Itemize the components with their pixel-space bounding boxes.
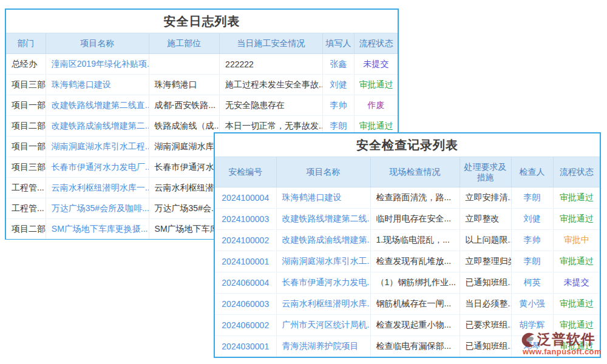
project-link[interactable]: 云南水利枢纽潜明水库一... [46,178,149,198]
dept-cell: 项目三部 [6,157,46,178]
project-link[interactable]: 改建铁路线增建第二线... [276,209,370,230]
location-cell: 长春市伊通河水... [149,157,220,178]
status-cell[interactable]: 审批通过 [553,209,600,230]
col-status: 流程状态 [553,157,600,187]
location-cell: 成都-西安铁路... [149,95,220,116]
inspector-link[interactable]: 黄小强 [511,294,553,315]
scene-cell: 钢筋机械存在一闸... [370,294,459,315]
situation-cell: 222222 [220,54,323,75]
scene-cell: 临时用电存在安全... [370,209,459,230]
col-check-no: 安检编号 [215,157,276,187]
table-row: 2024100003 改建铁路线增建第二线... 临时用电存在安全... 立即整… [215,209,600,230]
project-link[interactable]: 万达广场35#会所及咖啡... [46,198,149,219]
measure-cell: 已通知班组... [459,272,511,294]
project-link[interactable]: 长春市伊通河水力发电... [276,272,370,294]
dept-cell: 项目二部 [6,219,46,240]
measure-cell: 立即整改 [459,209,511,230]
table-row: 2024060002 广州市天河区统计局机... 检查发现起重小物... 已要求… [215,315,600,336]
check-no-link[interactable]: 2024030001 [215,336,276,357]
table-header-row: 安检编号 项目名称 现场检查情况 处理要求及措施 检查人 流程状态 [215,157,600,187]
location-cell: SM广场地下车库 [149,219,220,240]
status-cell[interactable]: 审批通过 [553,294,600,315]
status-cell[interactable]: 审批通过 [354,75,398,95]
scene-cell: 检查路面清洗，路... [370,187,459,209]
table-row: 2024060004 长春市伊通河水力发电... （1）钢筋绑扎作业... 已通… [215,272,600,294]
project-link[interactable]: 云南水利枢纽潜明水库... [276,294,370,315]
status-cell[interactable]: 审批通过 [553,187,600,209]
status-cell[interactable]: 审批中 [553,230,600,251]
status-cell[interactable]: 审批通过 [553,251,600,272]
project-link[interactable]: 珠海鹤港口建设 [276,187,370,209]
writer-link[interactable]: 刘健 [322,75,354,95]
scene-cell: 检查发现有乱堆放... [370,251,459,272]
safety-check-table-card: 安全检查记录列表 安检编号 项目名称 现场检查情况 处理要求及措施 检查人 流程… [214,132,601,358]
project-link[interactable]: SM广场地下车库更换摄... [46,219,149,240]
safety-log-title: 安全日志列表 [6,10,398,33]
col-inspector: 检查人 [511,157,553,187]
col-status: 流程状态 [354,33,398,54]
situation-cell: 无安全隐患存在 [220,95,323,116]
check-no-link[interactable]: 2024060002 [215,315,276,336]
scene-cell: 检查临电有漏保部... [370,336,459,357]
table-row: 2024100004 珠海鹤港口建设 检查路面清洗，路... 立即安排清... … [215,187,600,209]
inspector-link[interactable]: 李朗 [511,251,553,272]
page: { "colors":{ "accent_border":"#38a7e6", … [0,0,607,364]
project-link[interactable]: 改建铁路线增建第二线直... [46,95,149,116]
project-link[interactable]: 广州市天河区统计局机... [276,315,370,336]
project-link[interactable]: 珠海鹤港口建设 [46,75,149,95]
inspector-link[interactable]: 柯英 [511,272,553,294]
location-cell [149,54,220,75]
inspector-link[interactable]: 邓琴 [511,336,553,357]
status-cell[interactable]: 未提交 [354,54,398,75]
measure-cell: 立即安排清... [459,187,511,209]
scene-cell: 检查发现起重小物... [370,315,459,336]
dept-cell: 项目一部 [6,136,46,157]
project-link[interactable]: 长春市伊通河水力发电厂... [46,157,149,178]
project-link[interactable]: 湖南洞庭湖水库引水工... [276,251,370,272]
scene-cell: （1）钢筋绑扎作业... [370,272,459,294]
table-row: 2024100001 湖南洞庭湖水库引水工... 检查发现有乱堆放... 立即整… [215,251,600,272]
check-no-link[interactable]: 2024100002 [215,230,276,251]
col-project: 项目名称 [276,157,370,187]
location-cell: 珠海鹤港口 [149,75,220,95]
project-link[interactable]: 湖南洞庭湖水库引水工程... [46,136,149,157]
location-cell: 万达广场35#会... [149,198,220,219]
status-cell[interactable]: 未提交 [553,272,600,294]
project-link[interactable]: 改建铁路成渝线增建第... [276,230,370,251]
location-cell: 湖南洞庭湖水库 [149,136,220,157]
project-link[interactable]: 潼南区2019年绿化补贴项... [46,54,149,75]
dept-cell: 工程管... [6,178,46,198]
project-link[interactable]: 青海洪湖养护院项目 [276,336,370,357]
location-cell: 铁路成渝线（成... [149,116,220,136]
measure-cell: 以上问题限... [459,230,511,251]
status-cell[interactable]: 审批通过 [553,315,600,336]
inspector-link[interactable]: 李朗 [511,187,553,209]
check-no-link[interactable]: 2024060003 [215,294,276,315]
measure-cell: 已通知班组... [459,336,511,357]
scene-cell: 1.现场临电混乱，... [370,230,459,251]
table-header-row: 部门 项目名称 施工部位 当日施工安全情况 填写人 流程状态 [6,33,398,54]
status-cell[interactable]: 作废 [354,95,398,116]
check-no-link[interactable]: 2024100004 [215,187,276,209]
inspector-link[interactable]: 刘健 [511,209,553,230]
table-row: 2024030001 青海洪湖养护院项目 检查临电有漏保部... 已通知班组..… [215,336,600,357]
status-cell[interactable]: 审批通过 [553,336,600,357]
measure-cell: 已要求班组... [459,315,511,336]
project-link[interactable]: 改建铁路成渝线增建第二... [46,116,149,136]
table-row: 项目三部 珠海鹤港口建设 珠海鹤港口 施工过程未发生安全事故... 刘健 审批通… [6,75,398,95]
writer-link[interactable]: 李帅 [322,95,354,116]
check-no-link[interactable]: 2024100001 [215,251,276,272]
inspector-link[interactable]: 李帅 [511,230,553,251]
col-project: 项目名称 [46,33,149,54]
situation-cell: 施工过程未发生安全事故... [220,75,323,95]
col-dept: 部门 [6,33,46,54]
location-cell: 云南水利枢纽潜... [149,178,220,198]
col-scene: 现场检查情况 [370,157,459,187]
writer-link[interactable]: 张鑫 [322,54,354,75]
check-no-link[interactable]: 2024060004 [215,272,276,294]
check-no-link[interactable]: 2024100003 [215,209,276,230]
dept-cell: 项目三部 [6,75,46,95]
table-row: 项目一部 改建铁路线增建第二线直... 成都-西安铁路... 无安全隐患存在 李… [6,95,398,116]
col-writer: 填写人 [322,33,354,54]
inspector-link[interactable]: 胡学辉 [511,315,553,336]
